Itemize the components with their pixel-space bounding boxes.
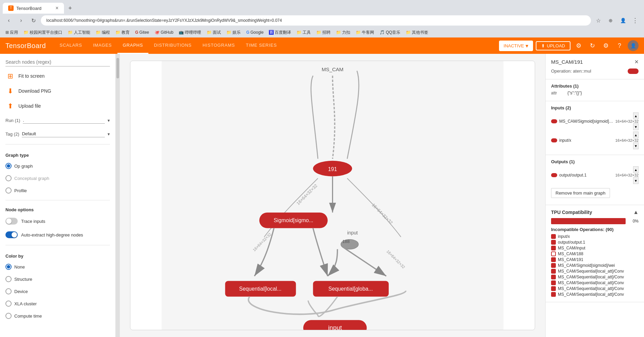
- bookmark-coding[interactable]: 📁编程: [94, 29, 111, 36]
- svg-text:188: 188: [342, 239, 350, 244]
- input-1-shape-controls: ▲ 16×64×32×32 ▼: [615, 112, 639, 130]
- gear-icon[interactable]: ⚙: [600, 40, 611, 51]
- attributes-section: Attributes (1) attr {"s":"{}"}: [546, 79, 644, 101]
- svg-text:input: input: [328, 324, 342, 330]
- top-navigation: TensorBoard SCALARS IMAGES GRAPHS DISTRI…: [0, 37, 644, 54]
- color-none-indicator: [5, 264, 12, 270]
- radio-conceptual-graph[interactable]: Conceptual graph: [5, 174, 110, 182]
- bookmark-ai[interactable]: 📁人工智能: [66, 29, 92, 36]
- tpu-progress-label: 0%: [628, 219, 639, 224]
- incompat-item-4: MS_CAM/191: [551, 257, 639, 262]
- incompat-label-1: output/output.1: [558, 240, 585, 245]
- inactive-dropdown[interactable]: INACTIVE ▾: [499, 41, 533, 51]
- bookmark-jobs[interactable]: 📁招聘: [315, 29, 332, 36]
- address-bar[interactable]: localhost:6006/?smoothing=0#graphs&run=.…: [41, 15, 591, 26]
- bookmark-leetcode[interactable]: 📁力扣: [335, 29, 352, 36]
- nav-histograms[interactable]: HISTOGRAMS: [197, 37, 240, 54]
- tag-select[interactable]: Default: [22, 131, 105, 137]
- color-compute-time[interactable]: Compute time: [5, 312, 110, 320]
- fit-to-screen-button[interactable]: ⊞ Fit to screen: [5, 71, 110, 81]
- bookmark-tools[interactable]: 📁工具: [295, 29, 312, 36]
- bookmark-interview[interactable]: 📁面试: [205, 29, 222, 36]
- bookmark-qq-music[interactable]: 🎵QQ音乐: [378, 29, 402, 36]
- radio-conceptual-graph-label: Conceptual graph: [14, 176, 49, 181]
- bookmark-edu[interactable]: 📁教育: [114, 29, 131, 36]
- incompat-label-6: MS_CAM/Sequential[local_att]/Conv: [558, 269, 624, 274]
- attr-row-1: attr {"s":"{}"}: [551, 91, 639, 95]
- incompat-label-10: MS_CAM/Sequential[local_att]/Conv: [558, 292, 624, 297]
- user-avatar[interactable]: 👤: [628, 40, 639, 51]
- download-png-button[interactable]: ⬇ Download PNG: [5, 86, 110, 96]
- output-1-indicator: [551, 173, 557, 177]
- output-1-up-btn[interactable]: ▲: [633, 166, 639, 173]
- profile-avatar[interactable]: 👤: [618, 16, 628, 25]
- bookmark-other[interactable]: 📁其他书签: [404, 29, 430, 36]
- input-2-shape: 16×64×32×32: [615, 138, 639, 142]
- remove-from-main-graph-button[interactable]: Remove from main graph: [551, 188, 610, 198]
- bookmark-nowcoder[interactable]: 📁牛客网: [354, 29, 375, 36]
- color-xla[interactable]: XLA cluster: [5, 300, 110, 308]
- color-compute-time-label: Compute time: [14, 313, 42, 319]
- vertical-scrollbar[interactable]: [116, 54, 120, 337]
- bookmark-gitee[interactable]: GGitee: [134, 29, 150, 35]
- radio-op-graph-label: Op graph: [14, 164, 33, 169]
- auto-extract-row: Auto-extract high-degree nodes: [5, 230, 110, 240]
- back-button[interactable]: ‹: [4, 16, 14, 25]
- color-device[interactable]: Device: [5, 287, 110, 295]
- output-1-down-btn[interactable]: ▼: [633, 177, 639, 184]
- graph-svg[interactable]: 191 16×64×32×32 16×64×32×32 Sigmoid[sigm…: [130, 61, 535, 330]
- bookmark-campus[interactable]: 📁校园闲置平台接口: [22, 29, 64, 36]
- auto-extract-toggle[interactable]: [5, 231, 18, 238]
- upload-file-button[interactable]: ⬆ Upload file: [5, 101, 110, 111]
- inputs-title: Inputs (2): [551, 105, 639, 110]
- trace-inputs-toggle[interactable]: [5, 218, 18, 225]
- settings-icon[interactable]: ⚙: [573, 40, 584, 51]
- forward-button[interactable]: ›: [16, 16, 26, 25]
- bookmark-entertainment[interactable]: 📁娱乐: [225, 29, 242, 36]
- outputs-title: Outputs (1): [551, 159, 639, 164]
- radio-profile[interactable]: Profile: [5, 186, 110, 195]
- run-select[interactable]: .: [23, 117, 105, 124]
- color-none[interactable]: None: [5, 263, 110, 271]
- nav-links: SCALARS IMAGES GRAPHS DISTRIBUTIONS HIST…: [54, 37, 499, 54]
- nav-time-series[interactable]: TIME SERIES: [240, 37, 282, 54]
- app-logo: TensorBoard: [5, 42, 46, 50]
- radio-op-graph[interactable]: Op graph: [5, 162, 110, 170]
- input-1-up-btn[interactable]: ▲: [633, 112, 639, 119]
- input-2-down-btn[interactable]: ▼: [633, 142, 639, 149]
- bookmark-star[interactable]: ☆: [594, 16, 603, 25]
- browser-tab[interactable]: T TensorBoard ×: [3, 3, 64, 14]
- tag-chevron-icon: ▾: [108, 132, 110, 137]
- panel-close-button[interactable]: ×: [634, 58, 639, 66]
- nav-graphs[interactable]: GRAPHS: [117, 37, 149, 54]
- reload-button[interactable]: ↻: [29, 16, 38, 25]
- bookmark-bilibili[interactable]: 📺哔哩哔哩: [177, 29, 203, 36]
- bookmark-baidu-translate[interactable]: 百百度翻译: [268, 29, 292, 36]
- nav-scalars[interactable]: SCALARS: [54, 37, 87, 54]
- search-input[interactable]: [5, 58, 110, 66]
- tab-close-btn[interactable]: ×: [55, 5, 59, 11]
- graph-canvas-area[interactable]: MS_CAM 191 16×64×32×32: [120, 54, 545, 337]
- incompat-dot-6: [551, 269, 556, 274]
- new-tab-button[interactable]: +: [65, 3, 75, 13]
- nav-distributions[interactable]: DISTRIBUTIONS: [148, 37, 197, 54]
- input-2-up-btn[interactable]: ▲: [633, 132, 639, 138]
- incompat-item-2: MS_CAM/input: [551, 246, 639, 250]
- upload-button[interactable]: ⬆ UPLOAD: [536, 41, 570, 50]
- input-1-down-btn[interactable]: ▼: [633, 123, 639, 130]
- color-xla-label: XLA cluster: [14, 301, 37, 306]
- tpu-collapse-btn[interactable]: ▲: [633, 209, 639, 215]
- extension-btn[interactable]: ⊕: [606, 16, 615, 25]
- nav-images[interactable]: IMAGES: [87, 37, 117, 54]
- refresh-icon[interactable]: ↻: [587, 40, 598, 51]
- scroll-thumb[interactable]: [116, 58, 119, 78]
- menu-btn[interactable]: ⋮: [630, 16, 640, 25]
- color-structure[interactable]: Structure: [5, 275, 110, 283]
- trace-inputs-knob: [6, 218, 12, 224]
- bookmark-google[interactable]: GGoogle: [245, 29, 265, 35]
- bookmark-github[interactable]: 🐙GitHub: [153, 29, 175, 35]
- radio-conceptual-graph-indicator: [5, 175, 12, 181]
- divider-2: [5, 200, 110, 200]
- help-icon[interactable]: ?: [614, 40, 625, 51]
- bookmark-apps[interactable]: ⊞应用: [4, 29, 19, 36]
